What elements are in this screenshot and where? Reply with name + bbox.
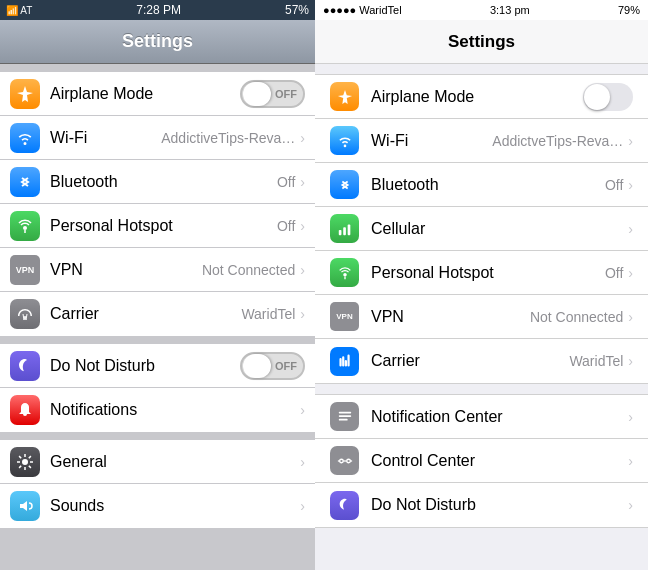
airplane-icon <box>10 79 40 109</box>
right-airplane-label: Airplane Mode <box>371 88 583 106</box>
right-row-carrier[interactable]: Carrier WaridTel › <box>315 339 648 383</box>
right-row-dnd[interactable]: Do Not Disturb › <box>315 483 648 527</box>
hotspot-icon <box>10 211 40 241</box>
right-battery: 79% <box>618 4 640 16</box>
right-status-bar: ●●●●● WaridTel 3:13 pm 79% <box>315 0 648 20</box>
left-row-wifi[interactable]: Wi-Fi AddictiveTips-Reva… › <box>0 116 315 160</box>
left-row-hotspot[interactable]: Personal Hotspot Off › <box>0 204 315 248</box>
left-title: Settings <box>122 31 193 52</box>
hotspot-value: Off <box>277 218 295 234</box>
right-wifi-value: AddictveTips-Reva… <box>492 133 623 149</box>
right-time: 3:13 pm <box>490 4 530 16</box>
carrier-label: Carrier <box>50 305 241 323</box>
left-nav-bar: Settings <box>0 20 315 64</box>
right-row-wifi[interactable]: Wi-Fi AddictveTips-Reva… › <box>315 119 648 163</box>
left-time: 7:28 PM <box>136 3 181 17</box>
right-bluetooth-icon <box>330 170 359 199</box>
left-row-carrier[interactable]: Carrier WaridTel › <box>0 292 315 336</box>
bluetooth-value: Off <box>277 174 295 190</box>
vpn-icon: VPN <box>10 255 40 285</box>
left-row-general[interactable]: General › <box>0 440 315 484</box>
svg-rect-3 <box>338 229 341 234</box>
right-dnd-chevron: › <box>628 497 633 513</box>
vpn-chevron: › <box>300 262 305 278</box>
left-row-vpn[interactable]: VPN VPN Not Connected › <box>0 248 315 292</box>
carrier-chevron: › <box>300 306 305 322</box>
right-toggle-thumb <box>584 84 610 110</box>
bluetooth-icon <box>10 167 40 197</box>
right-panel: ●●●●● WaridTel 3:13 pm 79% Settings Airp… <box>315 0 648 570</box>
toggle-off-label: OFF <box>275 88 297 100</box>
hotspot-chevron: › <box>300 218 305 234</box>
svg-point-6 <box>343 273 347 277</box>
airplane-toggle[interactable]: OFF <box>240 80 305 108</box>
right-row-notification-center[interactable]: Notification Center › <box>315 395 648 439</box>
sounds-label: Sounds <box>50 497 300 515</box>
right-carrier-chevron: › <box>628 353 633 369</box>
left-group-network: Airplane Mode OFF Wi-Fi AddictiveTips-Re… <box>0 72 315 336</box>
left-row-airplane[interactable]: Airplane Mode OFF <box>0 72 315 116</box>
right-bluetooth-label: Bluetooth <box>371 176 605 194</box>
right-row-vpn[interactable]: VPN VPN Not Connected › <box>315 295 648 339</box>
right-vpn-icon: VPN <box>330 302 359 331</box>
right-row-bluetooth[interactable]: Bluetooth Off › <box>315 163 648 207</box>
right-wifi-icon <box>330 126 359 155</box>
dnd-icon <box>10 351 40 381</box>
right-cellular-label: Cellular <box>371 220 628 238</box>
left-carrier: 📶 AT <box>6 3 32 17</box>
right-hotspot-label: Personal Hotspot <box>371 264 605 282</box>
general-chevron: › <box>300 454 305 470</box>
right-airplane-icon <box>330 82 359 111</box>
sounds-icon <box>10 491 40 521</box>
notifications-chevron: › <box>300 402 305 418</box>
right-row-control-center[interactable]: Control Center › <box>315 439 648 483</box>
right-hotspot-chevron: › <box>628 265 633 281</box>
left-row-bluetooth[interactable]: Bluetooth Off › <box>0 160 315 204</box>
svg-rect-9 <box>338 415 350 417</box>
right-carrier: ●●●●● WaridTel <box>323 4 402 16</box>
right-dnd-label: Do Not Disturb <box>371 496 628 514</box>
toggle-thumb-dnd <box>243 354 271 378</box>
wifi-value: AddictiveTips-Reva… <box>161 130 295 146</box>
right-control-center-chevron: › <box>628 453 633 469</box>
right-airplane-toggle[interactable] <box>583 83 633 111</box>
dnd-toggle[interactable]: OFF <box>240 352 305 380</box>
left-content: Airplane Mode OFF Wi-Fi AddictiveTips-Re… <box>0 64 315 570</box>
right-group-notifications: Notification Center › Control Center › <box>315 394 648 528</box>
svg-point-0 <box>23 226 27 230</box>
right-title: Settings <box>448 32 515 52</box>
right-row-airplane[interactable]: Airplane Mode <box>315 75 648 119</box>
svg-point-11 <box>339 459 343 463</box>
wifi-icon <box>10 123 40 153</box>
right-notification-center-icon <box>330 402 359 431</box>
bluetooth-label: Bluetooth <box>50 173 277 191</box>
toggle-thumb <box>243 82 271 106</box>
svg-rect-4 <box>343 227 346 235</box>
left-row-notifications[interactable]: Notifications › <box>0 388 315 432</box>
sounds-chevron: › <box>300 498 305 514</box>
wifi-chevron: › <box>300 130 305 146</box>
right-cellular-chevron: › <box>628 221 633 237</box>
right-row-cellular[interactable]: Cellular › <box>315 207 648 251</box>
right-content: Airplane Mode Wi-Fi AddictveTips-Reva… › <box>315 64 648 570</box>
right-group-network: Airplane Mode Wi-Fi AddictveTips-Reva… › <box>315 74 648 384</box>
right-bluetooth-value: Off <box>605 177 623 193</box>
right-control-center-icon <box>330 446 359 475</box>
right-row-hotspot[interactable]: Personal Hotspot Off › <box>315 251 648 295</box>
right-nav-bar: Settings <box>315 20 648 64</box>
right-carrier-value: WaridTel <box>569 353 623 369</box>
right-hotspot-icon <box>330 258 359 287</box>
left-row-sounds[interactable]: Sounds › <box>0 484 315 528</box>
bluetooth-chevron: › <box>300 174 305 190</box>
vpn-value: Not Connected <box>202 262 295 278</box>
svg-rect-5 <box>347 224 350 235</box>
left-row-dnd[interactable]: Do Not Disturb OFF <box>0 344 315 388</box>
carrier-value: WaridTel <box>241 306 295 322</box>
left-group-general: General › Sounds › <box>0 440 315 528</box>
svg-rect-10 <box>338 418 347 420</box>
svg-rect-8 <box>338 411 350 413</box>
left-group-dnd: Do Not Disturb OFF Notifications › <box>0 344 315 432</box>
svg-point-2 <box>22 459 28 465</box>
airplane-label: Airplane Mode <box>50 85 240 103</box>
right-bluetooth-chevron: › <box>628 177 633 193</box>
